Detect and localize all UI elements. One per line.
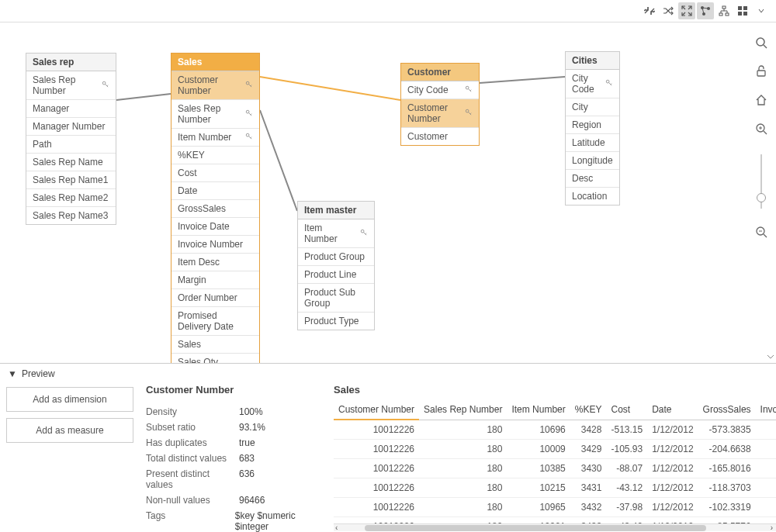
stat-row: Subset ratio93.1% (146, 422, 327, 433)
table-header[interactable]: Cities (566, 52, 619, 70)
column-header[interactable]: GrossSales (698, 400, 756, 420)
cell: 1/12/20 (756, 478, 776, 498)
table-row[interactable]: 10012226180109013433-43.491/12/2012-85.5… (334, 517, 776, 524)
table-field[interactable]: Manager Number (26, 118, 116, 136)
table-field[interactable]: Sales Rep Name (26, 154, 116, 171)
table-field[interactable]: Customer Number (401, 99, 479, 128)
table-row[interactable]: 10012226180100093429-105.931/12/2012-204… (334, 440, 776, 459)
table-field[interactable]: Product Group (298, 248, 374, 266)
field-label: Manager (33, 103, 69, 114)
zoom-out-icon[interactable] (755, 226, 767, 240)
table-field[interactable]: City (566, 98, 619, 116)
column-header[interactable]: Date (647, 400, 698, 420)
table-row[interactable]: 10012226180103853430-88.071/12/2012-165.… (334, 459, 776, 478)
svg-line-40 (611, 84, 611, 85)
search-icon[interactable] (755, 36, 767, 51)
column-header[interactable]: Customer Number (334, 400, 419, 420)
svg-line-48 (764, 131, 767, 134)
stat-value: true (239, 437, 255, 448)
table-field[interactable]: Cost (171, 164, 259, 182)
add-as-measure-button[interactable]: Add as measure (6, 418, 133, 443)
cell: 1/12/20 (756, 517, 776, 524)
preview-toggle[interactable]: ▼ Preview (0, 364, 776, 384)
column-header[interactable]: Item Number (507, 400, 570, 420)
zoom-slider[interactable] (760, 154, 762, 209)
table-field[interactable]: Desc (566, 170, 619, 188)
add-as-dimension-button[interactable]: Add as dimension (6, 387, 133, 412)
stat-row: Total distinct values683 (146, 453, 327, 464)
column-header[interactable]: Sales Rep Number (419, 400, 507, 420)
table-field[interactable]: Region (566, 116, 619, 134)
key-icon (245, 80, 253, 91)
home-icon[interactable] (755, 94, 767, 109)
expand-icon[interactable] (678, 2, 695, 19)
table-field[interactable]: Manager (26, 100, 116, 118)
table-customer[interactable]: Customer City CodeCustomer NumberCustome… (400, 63, 480, 146)
table-field[interactable]: Promised Delivery Date (171, 307, 259, 336)
svg-line-31 (251, 137, 251, 138)
table-field[interactable]: Date (171, 182, 259, 200)
table-field[interactable]: Item Number (298, 219, 374, 248)
scroll-right-icon[interactable]: › (769, 523, 774, 531)
table-field[interactable]: GrossSales (171, 200, 259, 218)
cell: 180 (419, 498, 507, 517)
field-label: City Code (572, 73, 601, 95)
layout-cluster-icon[interactable] (697, 2, 714, 19)
field-label: Location (572, 191, 607, 202)
table-field[interactable]: Invoice Number (171, 236, 259, 254)
table-item-master[interactable]: Item master Item NumberProduct GroupProd… (297, 201, 375, 330)
table-sales-rep[interactable]: Sales rep Sales Rep NumberManagerManager… (26, 53, 116, 225)
horizontal-scrollbar[interactable]: ‹ › (334, 523, 776, 531)
table-row[interactable]: 10012226180102153431-43.121/12/2012-118.… (334, 478, 776, 498)
table-field[interactable]: Customer Number (171, 71, 259, 100)
field-label: Item Number (178, 132, 231, 143)
column-header[interactable]: Cost (606, 400, 647, 420)
scroll-left-icon[interactable]: ‹ (334, 523, 339, 531)
table-field[interactable]: Item Desc (171, 254, 259, 271)
table-row[interactable]: 10012226180106963428-513.151/12/2012-573… (334, 420, 776, 440)
lock-icon[interactable] (755, 65, 767, 80)
table-field[interactable]: Product Sub Group (298, 284, 374, 313)
table-field[interactable]: Sales Rep Number (26, 71, 116, 100)
table-field[interactable]: City Code (566, 70, 619, 98)
table-header[interactable]: Sales rep (26, 54, 116, 71)
table-field[interactable]: %KEY (171, 147, 259, 164)
table-field[interactable]: Customer (401, 128, 479, 145)
zoom-slider-thumb[interactable] (757, 193, 766, 202)
table-field[interactable]: Margin (171, 271, 259, 289)
grid-icon[interactable] (734, 2, 751, 19)
table-field[interactable]: Sales Rep Name3 (26, 207, 116, 224)
table-field[interactable]: Invoice Date (171, 218, 259, 236)
collapse-icon[interactable] (641, 2, 658, 19)
table-field[interactable]: Sales Rep Number (171, 100, 259, 129)
table-row[interactable]: 10012226180109653432-37.981/12/2012-102.… (334, 498, 776, 517)
column-header[interactable]: %KEY (570, 400, 607, 420)
table-field[interactable]: Item Number (171, 129, 259, 147)
table-field[interactable]: Sales (171, 336, 259, 354)
table-field[interactable]: Product Line (298, 266, 374, 284)
field-label: Customer Number (178, 74, 241, 96)
column-header[interactable]: Invoice Date (756, 400, 776, 420)
table-field[interactable]: Latitude (566, 134, 619, 152)
grid-menu-chevron[interactable] (753, 2, 770, 19)
table-sales[interactable]: Sales Customer NumberSales Rep NumberIte… (171, 53, 260, 371)
zoom-in-icon[interactable] (755, 123, 767, 137)
table-field[interactable]: Order Number (171, 289, 259, 307)
table-field[interactable]: Sales Rep Name1 (26, 171, 116, 189)
table-field[interactable]: Path (26, 136, 116, 154)
field-name: Customer Number (146, 384, 327, 396)
table-header[interactable]: Item master (298, 202, 374, 219)
table-field[interactable]: Sales Rep Name2 (26, 189, 116, 207)
layout-tree-icon[interactable] (715, 2, 733, 19)
scrollbar-thumb[interactable] (365, 525, 706, 531)
resize-handle-icon[interactable] (767, 351, 774, 361)
table-field[interactable]: Location (566, 188, 619, 205)
stat-row: Density100% (146, 406, 327, 417)
shuffle-icon[interactable] (660, 2, 677, 19)
table-field[interactable]: Longitude (566, 152, 619, 170)
table-field[interactable]: City Code (401, 81, 479, 99)
table-field[interactable]: Product Type (298, 313, 374, 330)
table-header[interactable]: Sales (171, 54, 259, 71)
table-header[interactable]: Customer (401, 64, 479, 81)
table-cities[interactable]: Cities City CodeCityRegionLatitudeLongit… (565, 51, 620, 206)
